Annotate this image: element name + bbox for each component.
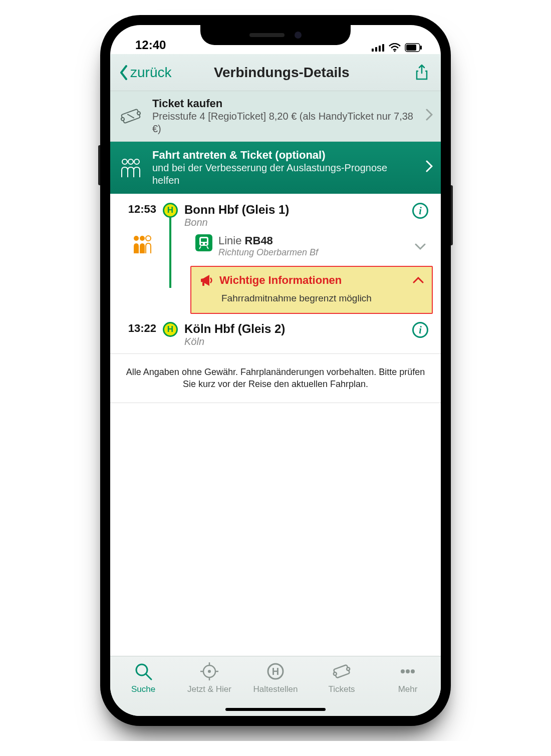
svg-point-14 — [134, 159, 139, 164]
chevron-up-icon — [413, 277, 424, 284]
stop-marker-icon: H — [163, 322, 178, 337]
svg-point-17 — [146, 236, 151, 241]
svg-point-4 — [394, 50, 395, 52]
svg-point-38 — [411, 669, 415, 673]
tab-more[interactable]: Mehr — [375, 661, 441, 716]
svg-rect-2 — [379, 46, 381, 52]
chevron-right-icon — [426, 108, 433, 124]
disclaimer-text: Alle Angaben ohne Gewähr. Fahrplanänderu… — [110, 353, 441, 403]
page-title: Verbindungs-Details — [151, 65, 412, 81]
svg-point-37 — [406, 669, 410, 673]
svg-point-21 — [205, 243, 207, 245]
start-trip-subtitle: und bei der Verbesserung der Auslastungs… — [152, 162, 417, 187]
train-icon — [195, 234, 212, 251]
buy-ticket-subtitle: Preisstufe 4 [RegioTicket] 8,20 € (als H… — [152, 110, 417, 135]
svg-point-15 — [134, 236, 139, 241]
people-icon — [118, 157, 143, 178]
departure-city: Bonn — [184, 217, 408, 228]
battery-icon — [405, 43, 423, 52]
svg-rect-22 — [202, 282, 204, 286]
share-button[interactable] — [412, 64, 432, 81]
svg-point-34 — [333, 672, 337, 676]
svg-point-35 — [346, 667, 350, 671]
stop-marker-icon: H — [163, 203, 178, 218]
important-info-alert[interactable]: Wichtige Informationen Fahrradmitnahme b… — [190, 266, 433, 314]
share-icon — [415, 64, 429, 81]
megaphone-icon — [199, 274, 214, 287]
svg-line-24 — [146, 674, 151, 679]
more-icon — [398, 661, 418, 681]
stop-icon: H — [265, 661, 286, 681]
chevron-left-icon — [119, 65, 128, 80]
ticket-icon — [332, 661, 352, 681]
home-indicator[interactable] — [225, 708, 326, 711]
chevron-down-icon — [415, 238, 433, 254]
tab-label: Tickets — [328, 684, 355, 694]
svg-rect-3 — [382, 44, 384, 52]
svg-point-10 — [137, 111, 141, 115]
status-icons — [372, 43, 423, 52]
svg-rect-33 — [334, 665, 350, 678]
svg-rect-0 — [372, 49, 374, 52]
svg-point-36 — [401, 669, 405, 673]
svg-point-13 — [128, 159, 133, 164]
arrival-time: 13:22 — [118, 322, 156, 347]
line-direction: Richtung Oberbarmen Bf — [218, 247, 318, 258]
line-number: RB48 — [245, 234, 273, 247]
tab-label: Suche — [131, 684, 155, 694]
departure-time: 12:53 — [118, 203, 156, 228]
alert-title: Wichtige Informationen — [219, 274, 342, 287]
svg-rect-1 — [375, 47, 377, 52]
departure-info-button[interactable]: i — [412, 203, 428, 219]
svg-point-23 — [136, 664, 147, 675]
svg-rect-19 — [201, 238, 207, 242]
departure-stop: Bonn Hbf (Gleis 1) — [184, 203, 408, 217]
arrival-city: Köln — [184, 336, 408, 347]
buy-ticket-title: Ticket kaufen — [152, 97, 417, 110]
line-prefix: Linie — [218, 234, 241, 247]
chevron-right-icon — [426, 160, 433, 176]
status-time: 12:40 — [135, 38, 166, 52]
search-icon — [133, 661, 153, 681]
locate-icon — [199, 661, 219, 681]
svg-point-16 — [140, 236, 145, 241]
svg-point-26 — [208, 670, 211, 673]
tab-search[interactable]: Suche — [110, 661, 176, 716]
tab-label: Mehr — [398, 684, 418, 694]
arrival-info-button[interactable]: i — [412, 322, 428, 338]
journey-leg[interactable]: Linie RB48 Richtung Oberbarmen Bf — [110, 229, 441, 261]
occupancy-icon — [118, 234, 156, 258]
arrival-stop: Köln Hbf (Gleis 2) — [184, 322, 408, 336]
svg-rect-6 — [406, 45, 416, 51]
svg-point-20 — [201, 243, 203, 245]
wifi-icon — [389, 43, 401, 52]
svg-line-11 — [127, 113, 134, 120]
tab-label: Haltestellen — [253, 684, 298, 694]
ticket-icon — [118, 108, 143, 125]
start-trip-title: Fahrt antreten & Ticket (optional) — [152, 149, 417, 162]
start-trip-row[interactable]: Fahrt antreten & Ticket (optional) und b… — [110, 142, 441, 194]
svg-rect-7 — [420, 46, 422, 50]
buy-ticket-row[interactable]: Ticket kaufen Preisstufe 4 [RegioTicket]… — [110, 91, 441, 142]
alert-body: Fahrradmitnahme begrenzt möglich — [199, 287, 424, 304]
signal-icon — [372, 44, 385, 52]
svg-point-9 — [121, 117, 125, 121]
tab-label: Jetzt & Hier — [187, 684, 231, 694]
svg-text:H: H — [272, 666, 279, 677]
svg-point-12 — [122, 159, 127, 164]
